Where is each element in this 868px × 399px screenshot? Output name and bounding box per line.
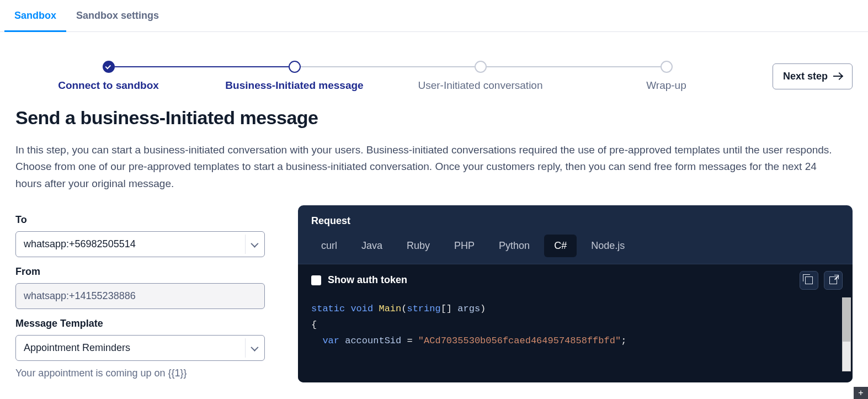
language-tabs: curl Java Ruby PHP Python C# Node.js: [311, 235, 839, 257]
step-label: Business-Initiated message: [225, 79, 363, 92]
step-user-initiated[interactable]: User-Initiated conversation: [387, 61, 573, 92]
code-scrollbar[interactable]: [842, 297, 851, 371]
from-field: whatsapp:+14155238886: [15, 283, 265, 309]
step-label: Wrap-up: [646, 79, 686, 92]
lang-tab-java[interactable]: Java: [352, 235, 392, 257]
lang-tab-nodejs[interactable]: Node.js: [581, 235, 635, 257]
page-tabs: Sandbox Sandbox settings: [0, 0, 868, 32]
template-select[interactable]: Appointment Reminders: [15, 335, 265, 361]
code-panel-title: Request: [311, 215, 839, 227]
to-select[interactable]: whatsapp:+56982505514: [15, 231, 265, 257]
step-wrap-up[interactable]: Wrap-up: [573, 61, 759, 92]
circle-icon: [289, 61, 301, 73]
step-label: Connect to sandbox: [58, 79, 159, 92]
lang-tab-php[interactable]: PHP: [444, 235, 484, 257]
page-title: Send a business-Initiated message: [15, 107, 853, 129]
tab-sandbox-settings[interactable]: Sandbox settings: [66, 0, 169, 32]
lang-tab-curl[interactable]: curl: [311, 235, 347, 257]
code-sample: static void Main(string[] args) { var ac…: [311, 301, 839, 349]
next-step-button[interactable]: Next step: [773, 63, 853, 89]
circle-icon: [661, 61, 673, 73]
code-panel: Request curl Java Ruby PHP Python C# Nod…: [298, 205, 853, 382]
arrow-right-icon: [833, 73, 842, 79]
lang-tab-csharp[interactable]: C#: [544, 235, 577, 257]
step-label: User-Initiated conversation: [418, 79, 543, 92]
chevron-down-icon: [245, 338, 262, 358]
scroll-thumb[interactable]: [843, 298, 850, 342]
show-auth-token-checkbox[interactable]: [311, 275, 321, 285]
copy-icon: [805, 276, 813, 284]
lang-tab-ruby[interactable]: Ruby: [397, 235, 440, 257]
add-button[interactable]: +: [854, 387, 868, 399]
external-link-icon: [829, 276, 837, 284]
check-icon: [103, 61, 115, 73]
chevron-down-icon: [245, 235, 262, 254]
open-external-button[interactable]: [824, 271, 843, 290]
lang-tab-python[interactable]: Python: [489, 235, 540, 257]
next-step-label: Next step: [783, 71, 828, 82]
circle-icon: [475, 61, 487, 73]
to-label: To: [15, 214, 265, 226]
show-auth-token-label: Show auth token: [328, 274, 407, 286]
page-description: In this step, you can start a business-i…: [15, 142, 835, 192]
step-business-initiated[interactable]: Business-Initiated message: [201, 61, 387, 92]
from-label: From: [15, 266, 265, 278]
step-connect-to-sandbox[interactable]: Connect to sandbox: [15, 61, 201, 92]
message-form: To whatsapp:+56982505514 From whatsapp:+…: [15, 205, 265, 379]
progress-stepper: Connect to sandbox Business-Initiated me…: [15, 61, 759, 92]
template-preview-text: Your appointment is coming up on {{1}}: [15, 368, 265, 379]
template-label: Message Template: [15, 318, 265, 329]
tab-sandbox[interactable]: Sandbox: [4, 0, 66, 32]
copy-button[interactable]: [800, 271, 818, 290]
